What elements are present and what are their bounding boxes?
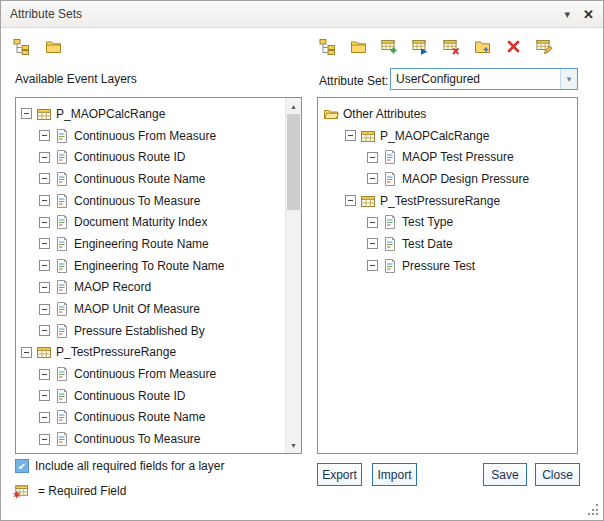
tree-item[interactable]: Continuous Route Name — [16, 168, 285, 190]
collapse-attribute-tree-button[interactable] — [346, 34, 370, 58]
field-icon — [54, 149, 70, 165]
expand-collapse-box[interactable] — [39, 260, 50, 271]
expand-collapse-box[interactable] — [39, 173, 50, 184]
folder-icon — [350, 38, 367, 55]
expand-collapse-box[interactable] — [39, 434, 50, 445]
expand-collapse-box[interactable] — [39, 130, 50, 141]
expand-collapse-box[interactable] — [21, 108, 32, 119]
expand-collapse-box[interactable] — [39, 412, 50, 423]
tree-item[interactable]: Engineering Route Name — [16, 233, 285, 255]
field-icon — [382, 149, 398, 165]
expand-collapse-box[interactable] — [367, 217, 378, 228]
expand-collapse-box[interactable] — [367, 260, 378, 271]
folder-open-icon — [323, 106, 339, 122]
new-attribute-set-button[interactable] — [532, 34, 556, 58]
table-icon — [360, 193, 376, 209]
tree-item[interactable]: Pressure Established By — [16, 320, 285, 342]
expand-collapse-box[interactable] — [367, 238, 378, 249]
scroll-up-icon[interactable]: ▲ — [286, 98, 301, 114]
tree-item-label: Continuous Route ID — [74, 389, 185, 403]
required-field-legend: = Required Field — [13, 483, 126, 499]
tree-item[interactable]: Continuous To Measure — [16, 190, 285, 212]
load-table-button[interactable] — [408, 34, 432, 58]
tree-item-label: Continuous To Measure — [74, 194, 201, 208]
expand-collapse-box[interactable] — [39, 217, 50, 228]
scrollbar-thumb[interactable] — [287, 114, 300, 210]
available-layers-tree: P_MAOPCalcRangeContinuous From MeasureCo… — [16, 98, 285, 453]
attribute-set-panel: Other AttributesP_MAOPCalcRangeMAOP Test… — [317, 97, 578, 454]
left-toolbar — [9, 34, 65, 58]
table-plus-icon — [381, 38, 398, 55]
tree-item[interactable]: P_MAOPCalcRange — [318, 125, 577, 147]
tree-item[interactable]: Other Attributes — [318, 103, 577, 125]
delete-attribute-set-button[interactable] — [501, 34, 525, 58]
tree-item[interactable]: Engineering To Route Name — [16, 255, 285, 277]
tree-item[interactable]: Continuous Route ID — [16, 385, 285, 407]
expand-layer-tree-button[interactable] — [9, 34, 33, 58]
window-title: Attribute Sets — [10, 7, 552, 21]
tree-item[interactable]: Continuous Route Name — [16, 407, 285, 429]
tree-item[interactable]: MAOP Design Pressure — [318, 168, 577, 190]
tree-item[interactable]: MAOP Unit Of Measure — [16, 298, 285, 320]
required-field-label: = Required Field — [38, 484, 126, 498]
attribute-set-value: UserConfigured — [391, 69, 560, 89]
tree-item[interactable]: Continuous To Measure — [16, 428, 285, 450]
tree-item[interactable]: Test Type — [318, 211, 577, 233]
import-button[interactable]: Import — [372, 463, 417, 486]
expand-collapse-box[interactable] — [39, 152, 50, 163]
expand-collapse-box[interactable] — [39, 304, 50, 315]
tree-item[interactable]: Pressure Test — [318, 255, 577, 277]
tree-item[interactable]: Test Date — [318, 233, 577, 255]
scroll-down-icon[interactable]: ▼ — [286, 437, 301, 453]
attribute-set-combobox[interactable]: UserConfigured ▾ — [390, 68, 578, 90]
include-required-fields-checkbox[interactable]: ✔ — [15, 459, 29, 473]
tree-item[interactable]: Document Maturity Index — [16, 211, 285, 233]
collapse-layer-tree-button[interactable] — [41, 34, 65, 58]
combo-dropdown-icon[interactable]: ▾ — [560, 69, 577, 89]
include-required-fields-label: Include all required fields for a layer — [35, 459, 224, 473]
expand-collapse-box[interactable] — [39, 282, 50, 293]
available-event-layers-label: Available Event Layers — [15, 72, 137, 86]
expand-collapse-box[interactable] — [39, 238, 50, 249]
expand-collapse-box[interactable] — [39, 325, 50, 336]
resize-grip[interactable] — [586, 503, 599, 516]
tree-item[interactable]: MAOP Record — [16, 277, 285, 299]
field-icon — [54, 409, 70, 425]
tree-item-label: P_MAOPCalcRange — [56, 107, 165, 121]
expand-collapse-box[interactable] — [21, 347, 32, 358]
close-button[interactable]: Close — [535, 463, 580, 486]
tree-item[interactable]: Continuous From Measure — [16, 363, 285, 385]
expand-collapse-box[interactable] — [345, 130, 356, 141]
tree-item[interactable]: Continuous Route ID — [16, 146, 285, 168]
tree-item-label: Document Maturity Index — [74, 215, 207, 229]
close-icon[interactable]: ✕ — [583, 8, 594, 21]
field-icon — [54, 236, 70, 252]
expand-collapse-box[interactable] — [367, 152, 378, 163]
tree-item[interactable]: P_TestPressureRange — [318, 190, 577, 212]
red-x-icon — [505, 38, 522, 55]
tree-item[interactable]: Continuous From Measure — [16, 125, 285, 147]
field-icon — [54, 388, 70, 404]
field-icon — [54, 193, 70, 209]
table-x-icon — [443, 38, 460, 55]
tree-item-label: Continuous To Measure — [74, 432, 201, 446]
expand-collapse-box[interactable] — [367, 173, 378, 184]
remove-table-button[interactable] — [439, 34, 463, 58]
save-button[interactable]: Save — [483, 463, 527, 486]
expand-collapse-box[interactable] — [39, 369, 50, 380]
tree-item[interactable]: P_TestPressureRange — [16, 342, 285, 364]
add-table-button[interactable] — [377, 34, 401, 58]
dock-menu-icon[interactable]: ▾ — [565, 9, 571, 20]
export-button[interactable]: Export — [317, 463, 362, 486]
expand-collapse-box[interactable] — [39, 390, 50, 401]
group-attributes-button[interactable] — [470, 34, 494, 58]
table-edit-icon — [536, 38, 553, 55]
tree-item-label: Continuous Route ID — [74, 150, 185, 164]
expand-collapse-box[interactable] — [345, 195, 356, 206]
tree-item[interactable]: P_MAOPCalcRange — [16, 103, 285, 125]
expand-attribute-tree-button[interactable] — [315, 34, 339, 58]
left-scrollbar[interactable]: ▲ ▼ — [285, 98, 301, 453]
tree-nodes-icon — [319, 38, 336, 55]
expand-collapse-box[interactable] — [39, 195, 50, 206]
tree-item[interactable]: MAOP Test Pressure — [318, 146, 577, 168]
